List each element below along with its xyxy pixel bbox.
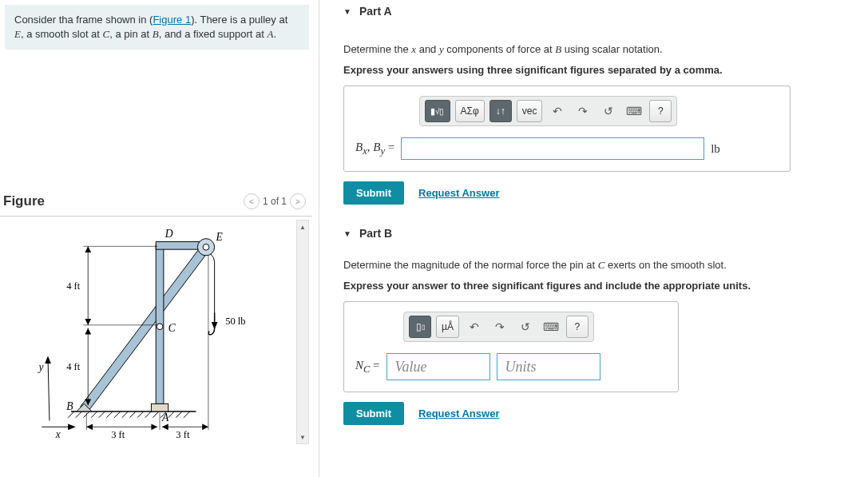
svg-line-16 [137, 411, 144, 418]
svg-rect-23 [151, 404, 168, 412]
svg-marker-57 [162, 424, 168, 431]
subscript-button[interactable]: ↓↑ [489, 100, 512, 122]
svg-text:E: E [216, 231, 224, 243]
svg-line-17 [145, 411, 152, 418]
vec-button[interactable]: vec [517, 100, 543, 122]
redo-icon[interactable]: ↷ [573, 101, 593, 121]
svg-text:y: y [37, 361, 43, 373]
svg-text:C: C [168, 323, 176, 335]
part-b-request-answer-link[interactable]: Request Answer [418, 407, 499, 419]
part-b-value-input[interactable]: Value [386, 353, 490, 380]
figure-image: y x [3, 220, 296, 444]
templates-button[interactable]: ▯▯ [409, 316, 431, 338]
svg-line-0 [48, 360, 50, 421]
svg-marker-24 [81, 245, 210, 412]
redo-icon[interactable]: ↷ [489, 316, 510, 337]
scroll-down-icon[interactable]: ▼ [297, 431, 308, 443]
part-a-header[interactable]: ▼ Part A [343, 5, 868, 18]
svg-marker-51 [86, 424, 93, 431]
part-a-input[interactable] [401, 137, 704, 160]
figure-counter: 1 of 1 [263, 196, 287, 207]
svg-text:4 ft: 4 ft [66, 361, 81, 372]
svg-text:x: x [55, 428, 61, 440]
part-a-lhs: Bx, By = [355, 141, 394, 157]
part-b-answer-box: ▯▯ µÅ ↶ ↷ ↺ ⌨ ? NC = Value Units [343, 301, 679, 392]
svg-text:A: A [161, 411, 169, 423]
svg-line-22 [184, 411, 190, 418]
svg-marker-58 [202, 424, 208, 431]
svg-line-13 [114, 411, 121, 418]
problem-statement: Consider tha frame shown in (Figure 1). … [5, 5, 309, 50]
svg-point-29 [157, 324, 163, 330]
part-a-question: Determine the x and y components of forc… [343, 42, 868, 58]
scroll-up-icon[interactable]: ▲ [297, 221, 308, 233]
greek-button[interactable]: ΑΣφ [455, 100, 485, 122]
keyboard-icon[interactable]: ⌨ [624, 101, 644, 121]
svg-marker-33 [212, 322, 218, 330]
part-b-toolbar: ▯▯ µÅ ↶ ↷ ↺ ⌨ ? [403, 312, 594, 342]
help-button[interactable]: ? [566, 316, 589, 338]
svg-marker-47 [85, 328, 91, 335]
part-b-units-input[interactable]: Units [497, 353, 600, 380]
svg-text:D: D [164, 228, 173, 240]
part-a-instructions: Express your answers using three signifi… [343, 62, 868, 78]
figure-next-button[interactable]: > [290, 193, 306, 209]
caret-down-icon: ▼ [343, 229, 351, 238]
svg-text:50 lb: 50 lb [225, 316, 245, 327]
figure-link[interactable]: Figure 1 [153, 14, 191, 26]
svg-line-8 [76, 411, 82, 418]
part-b-header[interactable]: ▼ Part B [343, 227, 868, 240]
svg-line-11 [99, 411, 105, 418]
part-b-lhs: NC = [355, 359, 380, 376]
help-button[interactable]: ? [649, 100, 672, 122]
part-b-instructions: Express your answer to three significant… [343, 278, 868, 294]
svg-marker-3 [68, 424, 76, 431]
templates-button[interactable]: ▮√▯ [425, 100, 450, 122]
svg-line-12 [106, 411, 113, 418]
units-button[interactable]: µÅ [436, 316, 459, 338]
keyboard-icon[interactable]: ⌨ [541, 316, 561, 337]
figure-title: Figure [3, 193, 45, 209]
svg-line-10 [91, 411, 97, 418]
caret-down-icon: ▼ [343, 7, 351, 16]
part-b-submit-button[interactable]: Submit [343, 402, 404, 425]
svg-line-14 [122, 411, 129, 418]
svg-text:3 ft: 3 ft [176, 429, 190, 440]
reset-icon[interactable]: ↺ [515, 316, 536, 337]
svg-marker-41 [85, 247, 91, 253]
svg-text:3 ft: 3 ft [111, 429, 125, 440]
reset-icon[interactable]: ↺ [598, 101, 619, 121]
part-a-submit-button[interactable]: Submit [343, 181, 404, 205]
part-a-answer-box: ▮√▯ ΑΣφ ↓↑ vec ↶ ↷ ↺ ⌨ ? Bx, By = lb [343, 85, 791, 172]
part-a-request-answer-link[interactable]: Request Answer [418, 187, 499, 199]
svg-line-18 [153, 411, 159, 418]
svg-marker-1 [45, 356, 51, 364]
svg-line-20 [168, 411, 175, 418]
undo-icon[interactable]: ↶ [547, 101, 568, 121]
svg-point-31 [203, 244, 209, 251]
svg-line-21 [176, 411, 182, 418]
svg-marker-42 [85, 319, 91, 325]
part-a-toolbar: ▮√▯ ΑΣφ ↓↑ vec ↶ ↷ ↺ ⌨ ? [419, 96, 677, 126]
svg-text:B: B [66, 400, 73, 412]
svg-text:4 ft: 4 ft [66, 281, 81, 292]
undo-icon[interactable]: ↶ [464, 316, 485, 337]
part-a-units: lb [711, 142, 720, 156]
svg-marker-52 [151, 424, 157, 431]
part-b-question: Determine the magnitude of the normal fo… [343, 257, 868, 273]
figure-prev-button[interactable]: < [244, 193, 260, 209]
svg-line-15 [129, 411, 136, 418]
svg-line-7 [68, 411, 74, 418]
figure-scrollbar[interactable]: ▲ ▼ [296, 220, 309, 444]
